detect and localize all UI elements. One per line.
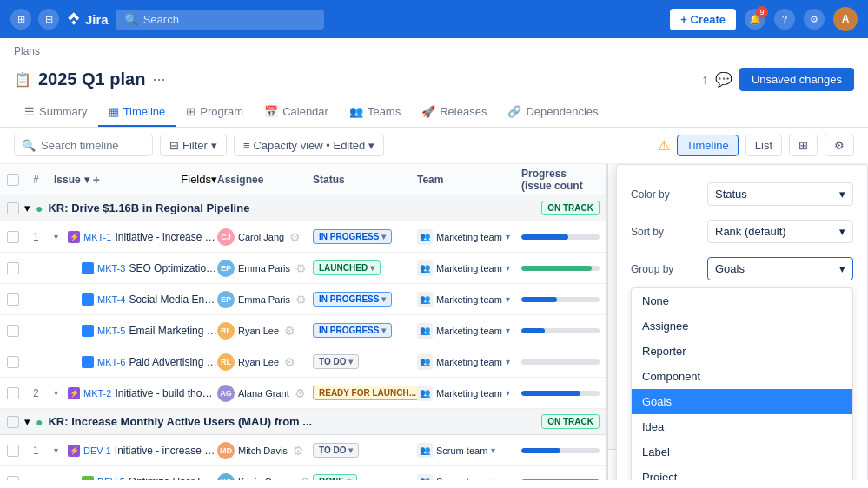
group2-collapse-icon[interactable]: ▾ xyxy=(24,415,30,428)
tab-releases[interactable]: 🚀 Releases xyxy=(411,98,497,127)
assignee-cell: RL Ryan Lee ⚙ xyxy=(217,322,313,340)
sort-by-select[interactable]: Rank (default) ▾ xyxy=(707,220,853,243)
add-issue-button[interactable]: + xyxy=(93,173,100,187)
unsaved-changes-button[interactable]: Unsaved changes xyxy=(739,68,854,91)
team-chevron-icon[interactable]: ▾ xyxy=(491,445,495,455)
issue-sort-icon: ▾ xyxy=(84,174,89,186)
team-chevron-icon[interactable]: ▾ xyxy=(506,326,510,335)
share-button[interactable]: ↑ xyxy=(701,72,708,88)
status-badge[interactable]: IN PROGRESS ▾ xyxy=(313,229,392,244)
issue-key[interactable]: MKT-5 xyxy=(97,326,125,336)
row-expand[interactable]: ▾ xyxy=(54,232,68,241)
group2-checkbox[interactable] xyxy=(7,416,19,428)
grid-view-button[interactable]: ⊞ xyxy=(789,135,818,156)
row-checkbox[interactable] xyxy=(7,476,19,481)
capacity-view-button[interactable]: ≡ Capacity view • Edited ▾ xyxy=(234,135,384,156)
issue-key[interactable]: MKT-6 xyxy=(97,357,125,367)
status-badge[interactable]: IN PROGRESS ▾ xyxy=(313,323,392,338)
row-checkbox[interactable] xyxy=(7,356,19,368)
settings-icon[interactable]: ⚙ xyxy=(804,9,825,30)
table-row: MKT-3 SEO Optimization Campaign EP Emma … xyxy=(0,253,606,284)
row-checkbox[interactable] xyxy=(7,445,19,457)
group1-checkbox[interactable] xyxy=(7,202,19,214)
list-view-button[interactable]: List xyxy=(745,135,782,156)
team-chevron-icon[interactable]: ▾ xyxy=(506,388,510,398)
status-badge[interactable]: TO DO ▾ xyxy=(313,354,359,369)
table-row: DEV-5 Optimize User Feedback Loop KC Kev… xyxy=(0,466,606,480)
status-badge[interactable]: DONE ▾ xyxy=(313,474,357,480)
team-name: Marketing team xyxy=(436,326,502,336)
status-badge[interactable]: TO DO ▾ xyxy=(313,443,359,458)
assignee-name: Alana Grant xyxy=(238,388,289,399)
timeline-view-button[interactable]: Timeline xyxy=(677,135,739,156)
team-chevron-icon[interactable]: ▾ xyxy=(506,294,510,304)
filter-icon: ⊟ xyxy=(169,139,179,152)
row-settings-icon[interactable]: ⚙ xyxy=(295,386,306,400)
option-project[interactable]: Project xyxy=(632,465,852,480)
row-checkbox[interactable] xyxy=(7,293,19,306)
row-checkbox[interactable] xyxy=(7,231,19,243)
row-settings-icon[interactable]: ⚙ xyxy=(295,261,307,275)
tab-summary[interactable]: ☰ Summary xyxy=(14,98,98,127)
sort-by-label: Sort by xyxy=(631,226,700,238)
row-settings-icon[interactable]: ⚙ xyxy=(295,293,307,307)
notifications-icon[interactable]: 🔔 9 xyxy=(745,9,765,30)
issue-key[interactable]: MKT-3 xyxy=(97,263,125,274)
more-options-button[interactable]: ··· xyxy=(152,70,165,89)
row-settings-icon[interactable]: ⚙ xyxy=(293,444,304,458)
user-avatar[interactable]: A xyxy=(833,7,858,31)
team-chevron-icon[interactable]: ▾ xyxy=(506,357,510,366)
create-button[interactable]: + Create xyxy=(670,9,736,30)
group-header-1[interactable]: ▾ ● KR: Drive $1.16B in Regional Pipelin… xyxy=(0,195,606,221)
status-badge[interactable]: LAUNCHED ▾ xyxy=(313,260,381,275)
option-reporter[interactable]: Reporter xyxy=(632,339,852,364)
option-component[interactable]: Component xyxy=(632,364,852,389)
team-chevron-icon[interactable]: ▾ xyxy=(491,477,495,480)
issue-key[interactable]: MKT-1 xyxy=(83,232,111,242)
row-checkbox[interactable] xyxy=(7,387,19,399)
tab-program[interactable]: ⊞ Program xyxy=(176,98,254,127)
select-all-checkbox[interactable] xyxy=(7,174,19,186)
color-by-select[interactable]: Status ▾ xyxy=(707,182,853,206)
team-cell: 👥 Marketing team ▾ xyxy=(417,260,521,276)
search-timeline[interactable]: 🔍 Search timeline xyxy=(14,135,153,156)
tab-calendar[interactable]: 📅 Calendar xyxy=(254,98,339,127)
sort-by-value: Rank (default) xyxy=(715,225,786,238)
issue-key[interactable]: DEV-1 xyxy=(83,445,111,456)
issue-key[interactable]: MKT-4 xyxy=(97,294,125,305)
status-badge[interactable]: READY FOR LAUNCH... ▾ xyxy=(313,386,429,400)
team-chevron-icon[interactable]: ▾ xyxy=(506,263,510,273)
recent-icon[interactable]: ⊟ xyxy=(38,9,59,30)
row-settings-icon[interactable]: ⚙ xyxy=(284,324,295,338)
tab-dependencies[interactable]: 🔗 Dependencies xyxy=(497,98,608,127)
issue-key[interactable]: MKT-2 xyxy=(83,388,111,399)
tab-timeline[interactable]: ▦ Timeline xyxy=(98,98,176,127)
grid-icon[interactable]: ⊞ xyxy=(10,9,31,30)
status-badge[interactable]: IN PROGRESS ▾ xyxy=(313,292,392,307)
group1-collapse-icon[interactable]: ▾ xyxy=(24,201,30,214)
row-checkbox[interactable] xyxy=(7,262,19,274)
row-settings-icon[interactable]: ⚙ xyxy=(300,475,311,481)
global-search[interactable]: 🔍 Search xyxy=(116,10,324,30)
option-idea[interactable]: Idea xyxy=(632,414,852,439)
header-issue[interactable]: Issue ▾ + xyxy=(54,173,181,187)
issue-key[interactable]: DEV-5 xyxy=(97,477,125,481)
team-chevron-icon[interactable]: ▾ xyxy=(506,232,510,241)
feedback-button[interactable]: 💬 xyxy=(715,71,732,88)
filter-button[interactable]: ⊟ Filter ▾ xyxy=(160,135,227,156)
group-by-select[interactable]: Goals ▾ xyxy=(707,257,853,280)
row-expand[interactable]: ▾ xyxy=(54,445,68,455)
row-checkbox[interactable] xyxy=(7,325,19,337)
option-label[interactable]: Label xyxy=(632,439,852,465)
option-assignee[interactable]: Assignee xyxy=(632,313,852,339)
row-settings-icon[interactable]: ⚙ xyxy=(289,230,301,244)
help-icon[interactable]: ? xyxy=(774,9,795,30)
option-none[interactable]: None xyxy=(632,288,852,313)
row-expand[interactable]: ▾ xyxy=(54,388,68,398)
option-goals[interactable]: Goals xyxy=(632,389,852,414)
row-settings-icon[interactable]: ⚙ xyxy=(284,355,295,369)
progress-cell xyxy=(521,448,600,453)
settings-view-button[interactable]: ⚙ xyxy=(825,135,854,156)
tab-teams[interactable]: 👥 Teams xyxy=(339,98,411,127)
group-header-2[interactable]: ▾ ● KR: Increase Monthly Active Users (M… xyxy=(0,409,606,435)
